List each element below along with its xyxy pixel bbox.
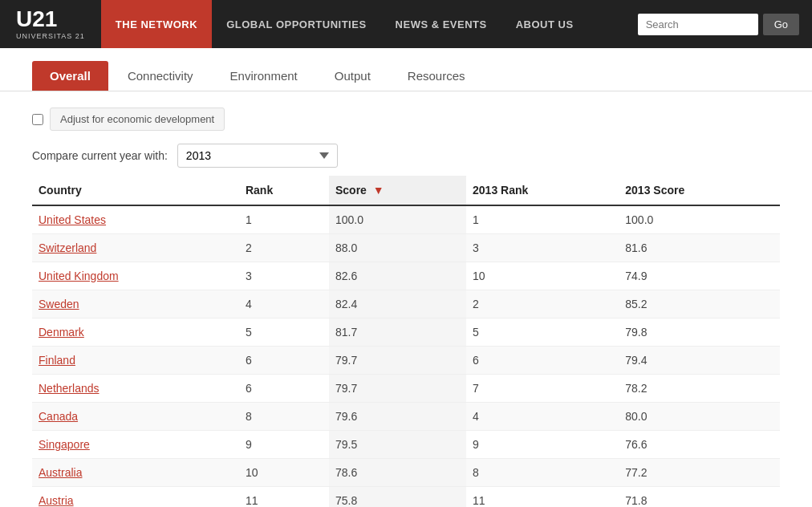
country-link[interactable]: Sweden	[39, 298, 79, 310]
cell-rank-2013: 10	[466, 262, 619, 290]
tab-environment[interactable]: Environment	[213, 61, 315, 91]
table-wrap: Country Rank Score ▼ 2013 Rank 2013 Scor…	[0, 176, 812, 507]
country-link[interactable]: Denmark	[39, 326, 84, 339]
cell-rank-2013: 1	[466, 205, 619, 234]
country-link[interactable]: Netherlands	[39, 382, 99, 395]
cell-rank: 1	[239, 205, 329, 234]
tab-overall[interactable]: Overall	[32, 61, 108, 91]
adjust-row: Adjust for economic development	[32, 107, 780, 131]
cell-score: 82.6	[329, 262, 466, 290]
logo[interactable]: U21 UNIVERSITAS 21	[0, 0, 101, 48]
nav-links: THE NETWORK GLOBAL OPPORTUNITIES NEWS & …	[101, 0, 625, 48]
cell-country: United Kingdom	[32, 262, 239, 290]
cell-rank-2013: 6	[466, 347, 619, 375]
table-row: Canada879.6480.0	[32, 403, 780, 431]
cell-score-2013: 74.9	[619, 262, 780, 290]
cell-country: United States	[32, 205, 239, 234]
cell-score-2013: 79.8	[619, 318, 780, 347]
table-row: Singapore979.5976.6	[32, 431, 780, 459]
compare-select[interactable]: 2013 2012 2011 2010	[177, 144, 338, 168]
compare-row: Compare current year with: 2013 2012 201…	[32, 144, 780, 168]
country-link[interactable]: United Kingdom	[39, 270, 119, 282]
cell-score: 82.4	[329, 290, 466, 318]
nav-the-network[interactable]: THE NETWORK	[101, 0, 212, 48]
cell-rank: 6	[239, 347, 329, 375]
cell-score: 81.7	[329, 318, 466, 347]
col-score[interactable]: Score ▼	[329, 176, 466, 205]
cell-rank-2013: 8	[466, 459, 619, 487]
cell-score-2013: 85.2	[619, 290, 780, 318]
data-table: Country Rank Score ▼ 2013 Rank 2013 Scor…	[32, 176, 780, 507]
cell-score-2013: 78.2	[619, 375, 780, 403]
col-country: Country	[32, 176, 239, 205]
country-link[interactable]: Canada	[39, 410, 78, 423]
table-row: Austria1175.81171.8	[32, 487, 780, 508]
table-row: United States1100.01100.0	[32, 205, 780, 234]
tab-connectivity[interactable]: Connectivity	[110, 61, 211, 91]
cell-rank-2013: 9	[466, 431, 619, 459]
controls: Adjust for economic development Compare …	[0, 91, 812, 176]
cell-rank-2013: 7	[466, 375, 619, 403]
cell-score: 100.0	[329, 205, 466, 234]
cell-rank-2013: 4	[466, 403, 619, 431]
search-input[interactable]	[638, 14, 758, 35]
cell-score: 79.7	[329, 375, 466, 403]
logo-sub: UNIVERSITAS 21	[16, 32, 85, 40]
cell-score: 88.0	[329, 234, 466, 262]
tab-output[interactable]: Output	[317, 61, 388, 91]
cell-score: 79.6	[329, 403, 466, 431]
sort-icon: ▼	[373, 184, 384, 197]
cell-country: Denmark	[32, 318, 239, 347]
cell-country: Switzerland	[32, 234, 239, 262]
cell-score: 75.8	[329, 487, 466, 508]
cell-country: Canada	[32, 403, 239, 431]
compare-label: Compare current year with:	[32, 149, 168, 162]
table-row: Denmark581.7579.8	[32, 318, 780, 347]
tab-resources[interactable]: Resources	[390, 61, 483, 91]
cell-country: Finland	[32, 347, 239, 375]
go-button[interactable]: Go	[763, 14, 799, 35]
country-link[interactable]: Austria	[39, 494, 74, 507]
cell-score-2013: 100.0	[619, 205, 780, 234]
cell-rank: 6	[239, 375, 329, 403]
country-link[interactable]: Singapore	[39, 438, 90, 451]
col-2013-rank: 2013 Rank	[466, 176, 619, 205]
col-2013-score: 2013 Score	[619, 176, 780, 205]
cell-country: Sweden	[32, 290, 239, 318]
nav-news-events[interactable]: NEWS & EVENTS	[381, 0, 501, 48]
cell-rank: 11	[239, 487, 329, 508]
adjust-label[interactable]: Adjust for economic development	[50, 107, 225, 131]
country-link[interactable]: Australia	[39, 466, 82, 479]
cell-country: Australia	[32, 459, 239, 487]
country-link[interactable]: Finland	[39, 354, 75, 367]
table-row: United Kingdom382.61074.9	[32, 262, 780, 290]
cell-rank: 3	[239, 262, 329, 290]
cell-rank-2013: 5	[466, 318, 619, 347]
navbar: U21 UNIVERSITAS 21 THE NETWORK GLOBAL OP…	[0, 0, 812, 48]
cell-score: 79.7	[329, 347, 466, 375]
cell-country: Singapore	[32, 431, 239, 459]
table-row: Finland679.7679.4	[32, 347, 780, 375]
cell-score-2013: 71.8	[619, 487, 780, 508]
nav-global-opportunities[interactable]: GLOBAL OPPORTUNITIES	[212, 0, 380, 48]
cell-score-2013: 81.6	[619, 234, 780, 262]
cell-score: 78.6	[329, 459, 466, 487]
cell-score: 79.5	[329, 431, 466, 459]
cell-rank: 4	[239, 290, 329, 318]
country-link[interactable]: Switzerland	[39, 241, 96, 254]
country-link[interactable]: United States	[39, 213, 106, 226]
nav-about-us[interactable]: ABOUT US	[501, 0, 588, 48]
table-row: Netherlands679.7778.2	[32, 375, 780, 403]
table-row: Australia1078.6877.2	[32, 459, 780, 487]
col-rank: Rank	[239, 176, 329, 205]
cell-rank: 5	[239, 318, 329, 347]
cell-score-2013: 79.4	[619, 347, 780, 375]
adjust-checkbox[interactable]	[32, 114, 43, 125]
search-area: Go	[625, 0, 812, 48]
tabs-bar: Overall Connectivity Environment Output …	[0, 48, 812, 91]
table-row: Switzerland288.0381.6	[32, 234, 780, 262]
cell-rank-2013: 11	[466, 487, 619, 508]
cell-rank-2013: 3	[466, 234, 619, 262]
cell-score-2013: 77.2	[619, 459, 780, 487]
cell-score-2013: 76.6	[619, 431, 780, 459]
